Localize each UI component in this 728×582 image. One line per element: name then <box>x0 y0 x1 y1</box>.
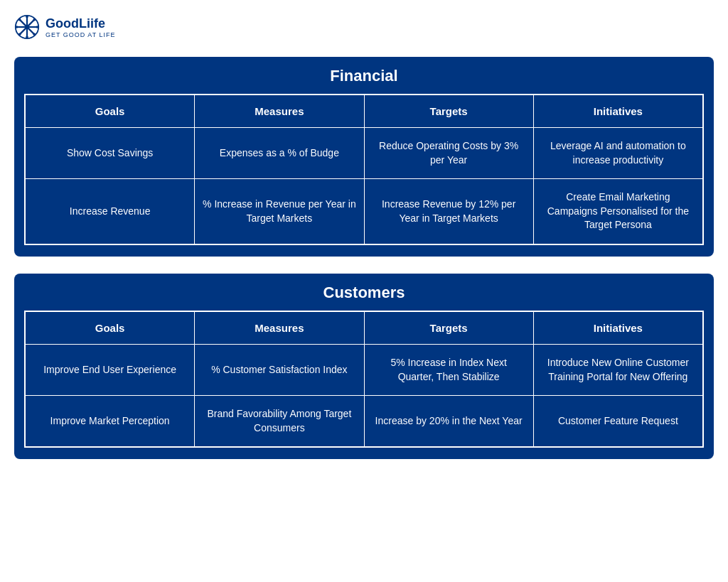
customers-row1-target: 5% Increase in Index Next Quarter, Then … <box>364 344 533 395</box>
customers-row1-initiative: Introduce New Online Customer Training P… <box>533 344 702 395</box>
customers-col-initiatives: Initiatives <box>533 311 702 344</box>
customers-table-container: Goals Measures Targets Initiatives Impro… <box>24 311 704 448</box>
customers-row2-measure: Brand Favorability Among Target Consumer… <box>195 396 364 447</box>
svg-point-12 <box>18 33 21 36</box>
customers-row1-measure: % Customer Satisfaction Index <box>195 344 364 395</box>
financial-header-row: Goals Measures Targets Initiatives <box>26 95 703 128</box>
customers-row2-target: Increase by 20% in the Next Year <box>364 396 533 447</box>
svg-point-11 <box>33 18 36 21</box>
svg-point-7 <box>16 26 18 28</box>
logo-icon <box>14 14 40 40</box>
financial-section: Financial Goals Measures Targets Initiat… <box>14 57 714 257</box>
customers-row2-initiative: Customer Feature Request <box>533 396 702 447</box>
table-row: Increase Revenue % Increase in Revenue p… <box>26 179 703 244</box>
financial-row1-target: Reduce Operating Costs by 3% per Year <box>364 128 533 179</box>
financial-row2-initiative: Create Email Marketing Campaigns Persona… <box>533 179 702 244</box>
svg-point-5 <box>26 16 28 18</box>
table-row: Improve Market Perception Brand Favorabi… <box>26 396 703 447</box>
table-row: Show Cost Savings Expenses as a % of Bud… <box>26 128 703 179</box>
financial-col-goals: Goals <box>26 95 195 128</box>
customers-section: Customers Goals Measures Targets Initiat… <box>14 274 714 459</box>
logo-tagline: GET GOOD AT LIFE <box>46 31 116 38</box>
svg-point-6 <box>26 36 28 39</box>
financial-row2-target: Increase Revenue by 12% per Year in Targ… <box>364 179 533 244</box>
logo-text: GoodLiife GET GOOD AT LIFE <box>46 16 116 38</box>
financial-row1-initiative: Leverage AI and automation to increase p… <box>533 128 702 179</box>
customers-header-row: Goals Measures Targets Initiatives <box>26 311 703 344</box>
financial-row2-measure: % Increase in Revenue per Year in Target… <box>195 179 364 244</box>
svg-point-10 <box>33 33 36 36</box>
financial-row1-goal: Show Cost Savings <box>26 128 195 179</box>
customers-table: Goals Measures Targets Initiatives Impro… <box>25 311 703 447</box>
financial-col-targets: Targets <box>364 95 533 128</box>
financial-row2-goal: Increase Revenue <box>26 179 195 244</box>
financial-title: Financial <box>14 57 714 94</box>
financial-col-initiatives: Initiatives <box>533 95 702 128</box>
customers-row2-goal: Improve Market Perception <box>26 396 195 447</box>
table-row: Improve End User Experience % Customer S… <box>26 344 703 395</box>
financial-row1-measure: Expenses as a % of Budge <box>195 128 364 179</box>
customers-row1-goal: Improve End User Experience <box>26 344 195 395</box>
customers-col-measures: Measures <box>195 311 364 344</box>
financial-col-measures: Measures <box>195 95 364 128</box>
logo-name: GoodLiife <box>46 16 116 31</box>
financial-table-container: Goals Measures Targets Initiatives Show … <box>24 94 704 245</box>
logo-area: GoodLiife GET GOOD AT LIFE <box>14 14 714 40</box>
svg-point-13 <box>25 25 28 28</box>
svg-point-9 <box>18 18 21 21</box>
customers-col-goals: Goals <box>26 311 195 344</box>
customers-title: Customers <box>14 274 714 311</box>
financial-table: Goals Measures Targets Initiatives Show … <box>25 95 703 244</box>
customers-col-targets: Targets <box>364 311 533 344</box>
svg-point-8 <box>36 26 39 28</box>
